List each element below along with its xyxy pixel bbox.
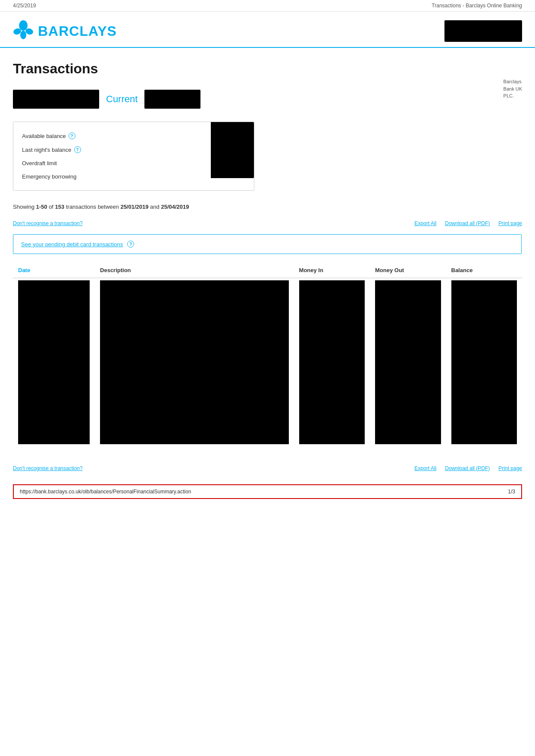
action-links-row-bottom: Don't recognise a transaction? Export Al… xyxy=(13,461,522,471)
logo-area: BARCLAYS xyxy=(13,19,117,43)
status-bar-page-indicator: 1/3 xyxy=(508,489,515,495)
barclays-logo-text: BARCLAYS xyxy=(38,23,117,39)
print-page-link-bottom[interactable]: Print page xyxy=(498,465,522,471)
export-all-link-bottom[interactable]: Export All xyxy=(415,465,437,471)
showing-info: Showing 1-50 of 153 transactions between… xyxy=(13,204,522,210)
balance-values-redacted xyxy=(211,122,254,178)
overdraft-limit-label: Overdraft limit xyxy=(22,160,57,166)
pending-banner-help-icon[interactable]: ? xyxy=(127,241,134,248)
description-data-redacted xyxy=(100,280,289,444)
showing-total: 153 xyxy=(55,204,65,210)
table-balance-cell xyxy=(446,278,522,451)
download-pdf-link-bottom[interactable]: Download all (PDF) xyxy=(445,465,490,471)
page-tab-title: Transactions - Barclays Online Banking xyxy=(432,3,522,9)
account-number-redacted xyxy=(144,90,200,109)
money-out-data-redacted xyxy=(375,280,441,444)
showing-range: 1-50 xyxy=(36,204,47,210)
table-header-row: Date Description Money In Money Out Bala… xyxy=(13,263,522,278)
company-line3: PLC. xyxy=(504,93,514,98)
showing-date-to: 25/04/2019 xyxy=(161,204,189,210)
showing-and: and xyxy=(150,204,161,210)
available-balance-label: Available balance ? xyxy=(22,132,75,139)
top-bar: 4/25/2019 Transactions - Barclays Online… xyxy=(0,0,535,12)
showing-prefix: Showing xyxy=(13,204,36,210)
eagle-icon xyxy=(13,19,34,43)
showing-date-from: 25/01/2019 xyxy=(120,204,148,210)
account-name-redacted xyxy=(13,90,99,109)
account-header-row: Current xyxy=(13,90,522,109)
user-info-block xyxy=(444,20,522,42)
status-bar-url: https://bank.barclays.co.uk/olb/balances… xyxy=(20,489,191,495)
col-header-money-out: Money Out xyxy=(370,263,446,278)
print-page-link-top[interactable]: Print page xyxy=(498,220,522,226)
dont-recognise-link-bottom[interactable]: Don't recognise a transaction? xyxy=(13,465,83,471)
table-date-cell xyxy=(13,278,95,451)
table-row xyxy=(13,278,522,451)
company-info: Barclays Bank UK PLC. xyxy=(504,78,522,100)
main-content: Barclays Bank UK PLC. Transactions Curre… xyxy=(0,48,535,484)
balance-card: Available balance ? Last night's balance… xyxy=(13,122,254,191)
date-data-redacted xyxy=(18,280,90,444)
action-links-right-bottom: Export All Download all (PDF) Print page xyxy=(415,465,522,471)
emergency-borrowing-label: Emergency borrowing xyxy=(22,173,76,180)
pending-banner-text[interactable]: See your pending debit card transactions xyxy=(21,241,123,248)
export-all-link-top[interactable]: Export All xyxy=(415,220,437,226)
last-nights-balance-help-icon[interactable]: ? xyxy=(74,146,81,153)
account-type-label: Current xyxy=(106,94,138,105)
company-line1: Barclays xyxy=(504,79,522,84)
col-header-description: Description xyxy=(95,263,294,278)
balance-data-redacted xyxy=(451,280,517,444)
last-nights-balance-label: Last night's balance ? xyxy=(22,146,81,153)
col-header-balance: Balance xyxy=(446,263,522,278)
pending-debit-banner[interactable]: See your pending debit card transactions… xyxy=(13,234,522,254)
status-bar: https://bank.barclays.co.uk/olb/balances… xyxy=(13,484,522,499)
action-links-right-top: Export All Download all (PDF) Print page xyxy=(415,220,522,226)
site-header: BARCLAYS xyxy=(0,12,535,48)
showing-middle: transactions between xyxy=(66,204,120,210)
table-money-in-cell xyxy=(294,278,370,451)
table-money-out-cell xyxy=(370,278,446,451)
action-links-row-top: Don't recognise a transaction? Export Al… xyxy=(13,220,522,226)
download-pdf-link-top[interactable]: Download all (PDF) xyxy=(445,220,490,226)
page-title: Transactions xyxy=(13,61,522,77)
money-in-data-redacted xyxy=(299,280,365,444)
company-line2: Bank UK xyxy=(504,86,522,91)
col-header-money-in: Money In xyxy=(294,263,370,278)
showing-of: of xyxy=(49,204,55,210)
print-date: 4/25/2019 xyxy=(13,3,36,9)
table-description-cell xyxy=(95,278,294,451)
dont-recognise-link-top[interactable]: Don't recognise a transaction? xyxy=(13,220,83,226)
col-header-date: Date xyxy=(13,263,95,278)
svg-point-4 xyxy=(21,21,25,26)
transactions-table: Date Description Money In Money Out Bala… xyxy=(13,263,522,451)
available-balance-help-icon[interactable]: ? xyxy=(69,132,75,139)
svg-point-3 xyxy=(20,31,26,39)
